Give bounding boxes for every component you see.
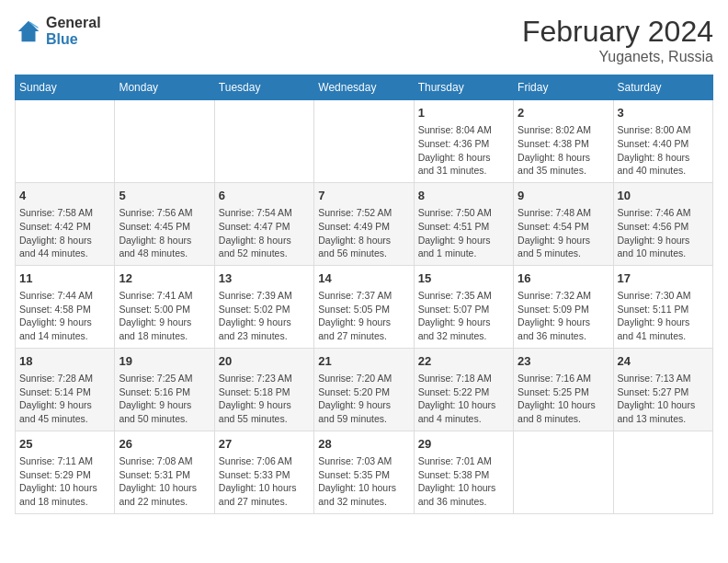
day-number: 17: [618, 270, 709, 287]
calendar-cell: 10Sunrise: 7:46 AM Sunset: 4:56 PM Dayli…: [613, 182, 712, 265]
day-number: 7: [318, 188, 409, 204]
calendar-cell: 14Sunrise: 7:37 AM Sunset: 5:05 PM Dayli…: [314, 265, 414, 348]
weekday-header: Saturday: [613, 75, 712, 100]
calendar-cell: 27Sunrise: 7:06 AM Sunset: 5:33 PM Dayli…: [214, 431, 313, 513]
day-number: 20: [219, 353, 310, 370]
day-info: Sunrise: 8:02 AM Sunset: 4:38 PM Dayligh…: [518, 123, 609, 178]
day-number: 27: [219, 436, 310, 453]
calendar-week-row: 11Sunrise: 7:44 AM Sunset: 4:58 PM Dayli…: [16, 265, 713, 348]
calendar-cell: 25Sunrise: 7:11 AM Sunset: 5:29 PM Dayli…: [16, 431, 115, 513]
day-number: 9: [518, 188, 609, 204]
calendar-cell: 18Sunrise: 7:28 AM Sunset: 5:14 PM Dayli…: [16, 348, 115, 431]
logo: General Blue: [15, 15, 101, 47]
calendar-cell: 7Sunrise: 7:52 AM Sunset: 4:49 PM Daylig…: [314, 182, 414, 265]
calendar-cell: 20Sunrise: 7:23 AM Sunset: 5:18 PM Dayli…: [214, 348, 313, 431]
day-info: Sunrise: 7:28 AM Sunset: 5:14 PM Dayligh…: [19, 372, 110, 426]
day-info: Sunrise: 7:08 AM Sunset: 5:31 PM Dayligh…: [119, 454, 210, 509]
calendar-cell: 9Sunrise: 7:48 AM Sunset: 4:54 PM Daylig…: [514, 182, 613, 265]
day-number: 15: [418, 270, 509, 287]
calendar-cell: 4Sunrise: 7:58 AM Sunset: 4:42 PM Daylig…: [16, 182, 115, 265]
day-info: Sunrise: 7:18 AM Sunset: 5:22 PM Dayligh…: [418, 372, 509, 426]
day-number: 2: [518, 105, 609, 121]
day-number: 28: [318, 436, 409, 453]
day-info: Sunrise: 7:03 AM Sunset: 5:35 PM Dayligh…: [318, 454, 409, 509]
logo-blue-text: Blue: [46, 31, 101, 48]
day-info: Sunrise: 7:35 AM Sunset: 5:07 PM Dayligh…: [418, 289, 509, 343]
day-number: 18: [19, 353, 110, 370]
calendar-week-row: 25Sunrise: 7:11 AM Sunset: 5:29 PM Dayli…: [16, 431, 713, 513]
day-info: Sunrise: 7:06 AM Sunset: 5:33 PM Dayligh…: [219, 454, 310, 509]
day-info: Sunrise: 7:16 AM Sunset: 5:25 PM Dayligh…: [518, 372, 609, 426]
calendar-cell: [115, 100, 214, 183]
calendar-cell: 12Sunrise: 7:41 AM Sunset: 5:00 PM Dayli…: [115, 265, 214, 348]
day-info: Sunrise: 7:52 AM Sunset: 4:49 PM Dayligh…: [318, 206, 409, 260]
calendar-cell: 2Sunrise: 8:02 AM Sunset: 4:38 PM Daylig…: [514, 100, 613, 183]
day-info: Sunrise: 7:13 AM Sunset: 5:27 PM Dayligh…: [618, 372, 709, 426]
day-number: 25: [19, 436, 110, 453]
subtitle: Yuganets, Russia: [522, 49, 713, 65]
calendar-cell: 22Sunrise: 7:18 AM Sunset: 5:22 PM Dayli…: [414, 348, 513, 431]
logo-general-text: General: [46, 15, 101, 31]
day-info: Sunrise: 7:01 AM Sunset: 5:38 PM Dayligh…: [418, 454, 509, 509]
calendar-cell: 5Sunrise: 7:56 AM Sunset: 4:45 PM Daylig…: [115, 182, 214, 265]
day-number: 12: [119, 270, 210, 287]
day-number: 26: [119, 436, 210, 453]
svg-marker-0: [18, 20, 40, 41]
day-info: Sunrise: 7:56 AM Sunset: 4:45 PM Dayligh…: [119, 206, 210, 260]
day-info: Sunrise: 7:37 AM Sunset: 5:05 PM Dayligh…: [318, 289, 409, 343]
day-info: Sunrise: 8:04 AM Sunset: 4:36 PM Dayligh…: [418, 123, 509, 178]
calendar-cell: 13Sunrise: 7:39 AM Sunset: 5:02 PM Dayli…: [214, 265, 313, 348]
day-info: Sunrise: 7:32 AM Sunset: 5:09 PM Dayligh…: [518, 289, 609, 343]
calendar-cell: [16, 100, 115, 183]
calendar-cell: [314, 100, 414, 183]
day-number: 10: [618, 188, 709, 204]
day-info: Sunrise: 8:00 AM Sunset: 4:40 PM Dayligh…: [618, 123, 709, 178]
logo-icon: [15, 17, 42, 45]
day-number: 29: [418, 436, 509, 453]
weekday-row: SundayMondayTuesdayWednesdayThursdayFrid…: [16, 75, 713, 100]
weekday-header: Sunday: [16, 75, 115, 100]
day-info: Sunrise: 7:41 AM Sunset: 5:00 PM Dayligh…: [119, 289, 210, 343]
calendar-body: 1Sunrise: 8:04 AM Sunset: 4:36 PM Daylig…: [16, 100, 713, 514]
calendar-cell: 23Sunrise: 7:16 AM Sunset: 5:25 PM Dayli…: [514, 348, 613, 431]
calendar-cell: 8Sunrise: 7:50 AM Sunset: 4:51 PM Daylig…: [414, 182, 513, 265]
calendar-cell: 21Sunrise: 7:20 AM Sunset: 5:20 PM Dayli…: [314, 348, 414, 431]
day-info: Sunrise: 7:39 AM Sunset: 5:02 PM Dayligh…: [219, 289, 310, 343]
calendar-cell: 29Sunrise: 7:01 AM Sunset: 5:38 PM Dayli…: [414, 431, 513, 513]
day-info: Sunrise: 7:46 AM Sunset: 4:56 PM Dayligh…: [618, 206, 709, 260]
day-number: 14: [318, 270, 409, 287]
day-number: 16: [518, 270, 609, 287]
day-info: Sunrise: 7:11 AM Sunset: 5:29 PM Dayligh…: [19, 454, 110, 509]
calendar-cell: 26Sunrise: 7:08 AM Sunset: 5:31 PM Dayli…: [115, 431, 214, 513]
calendar-cell: 16Sunrise: 7:32 AM Sunset: 5:09 PM Dayli…: [514, 265, 613, 348]
day-info: Sunrise: 7:54 AM Sunset: 4:47 PM Dayligh…: [219, 206, 310, 260]
logo-text: General Blue: [46, 15, 101, 47]
day-number: 19: [119, 353, 210, 370]
calendar-week-row: 1Sunrise: 8:04 AM Sunset: 4:36 PM Daylig…: [16, 100, 713, 183]
calendar-cell: [613, 431, 712, 513]
day-info: Sunrise: 7:25 AM Sunset: 5:16 PM Dayligh…: [119, 372, 210, 426]
day-number: 24: [618, 353, 709, 370]
calendar-header: SundayMondayTuesdayWednesdayThursdayFrid…: [16, 75, 713, 100]
weekday-header: Thursday: [414, 75, 513, 100]
calendar-table: SundayMondayTuesdayWednesdayThursdayFrid…: [15, 75, 713, 514]
day-number: 3: [618, 105, 709, 121]
day-info: Sunrise: 7:23 AM Sunset: 5:18 PM Dayligh…: [219, 372, 310, 426]
calendar-cell: 19Sunrise: 7:25 AM Sunset: 5:16 PM Dayli…: [115, 348, 214, 431]
day-number: 11: [19, 270, 110, 287]
day-number: 1: [418, 105, 509, 121]
calendar-cell: [214, 100, 313, 183]
day-info: Sunrise: 7:20 AM Sunset: 5:20 PM Dayligh…: [318, 372, 409, 426]
weekday-header: Tuesday: [214, 75, 313, 100]
calendar-week-row: 4Sunrise: 7:58 AM Sunset: 4:42 PM Daylig…: [16, 182, 713, 265]
calendar-cell: 28Sunrise: 7:03 AM Sunset: 5:35 PM Dayli…: [314, 431, 414, 513]
calendar-cell: 24Sunrise: 7:13 AM Sunset: 5:27 PM Dayli…: [613, 348, 712, 431]
day-number: 5: [119, 188, 210, 204]
day-info: Sunrise: 7:48 AM Sunset: 4:54 PM Dayligh…: [518, 206, 609, 260]
weekday-header: Monday: [115, 75, 214, 100]
page-header: General Blue February 2024 Yuganets, Rus…: [15, 15, 713, 65]
day-number: 8: [418, 188, 509, 204]
day-number: 22: [418, 353, 509, 370]
day-number: 13: [219, 270, 310, 287]
day-info: Sunrise: 7:50 AM Sunset: 4:51 PM Dayligh…: [418, 206, 509, 260]
